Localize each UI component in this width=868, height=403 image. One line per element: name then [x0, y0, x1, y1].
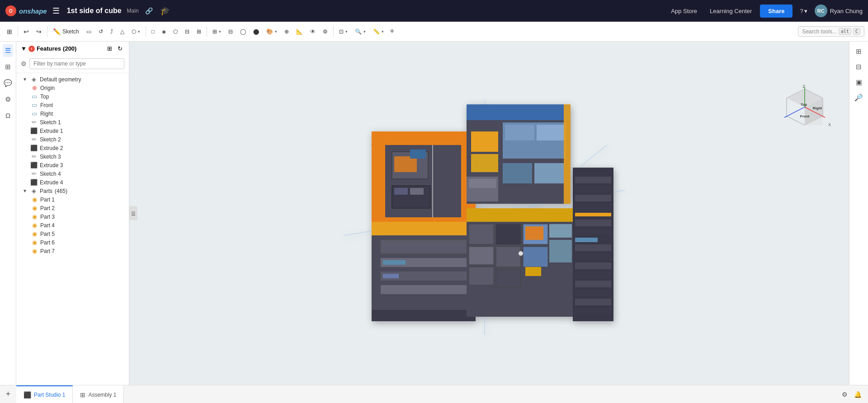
add-icon: +	[390, 27, 395, 36]
extrude3-label: Extrude 3	[40, 162, 63, 169]
parts-header-item[interactable]: ▼ ◈ Parts (465)	[16, 187, 129, 195]
svg-rect-49	[549, 224, 572, 238]
separator3	[146, 26, 146, 37]
search-tools[interactable]: Search tools... alt C	[798, 26, 864, 37]
filter-icon[interactable]: ⚙	[21, 60, 27, 67]
part3-item[interactable]: ◉ Part 3	[16, 212, 129, 221]
extrude4-item[interactable]: ⬛ Extrude 4	[16, 178, 129, 187]
sketch2-item[interactable]: ✏ Sketch 2	[16, 135, 129, 144]
branch-label[interactable]: Main	[127, 8, 139, 14]
parts-label: Parts	[40, 188, 52, 194]
sketch1-item[interactable]: ✏ Sketch 1	[16, 118, 129, 127]
undo-icon: ↩	[24, 28, 29, 35]
bottom-settings-button[interactable]: ⚙	[840, 389, 849, 400]
learning-center-button[interactable]: Learning Center	[705, 5, 756, 17]
tool2-button[interactable]: ↺	[95, 26, 106, 37]
comment-button[interactable]: 💬	[1, 77, 14, 89]
appear-button[interactable]: 👁	[307, 26, 319, 37]
measure2-button[interactable]: 📏 ▾	[370, 26, 387, 37]
filter-input[interactable]	[29, 58, 124, 69]
user-area[interactable]: RC Ryan Chung	[815, 5, 863, 17]
section-button[interactable]: ⊕	[281, 26, 292, 37]
origin-item[interactable]: ⊕ Origin	[16, 84, 129, 92]
panel-action2[interactable]: ↻	[116, 44, 124, 53]
view3-button[interactable]: ◯	[237, 26, 249, 37]
view-button[interactable]: ⊞ ▾	[209, 26, 224, 37]
render-button[interactable]: 🎨 ▾	[263, 26, 280, 37]
right-item[interactable]: ▭ Right	[16, 109, 129, 118]
canvas-area[interactable]: Z Top Front Right X ⊞ ⊟ ▣ 🔎 ☰	[129, 42, 868, 385]
part7-item[interactable]: ◉ Part 7	[16, 247, 129, 255]
tool3-button[interactable]: ⤴	[107, 26, 116, 37]
view4-button[interactable]: ⬤	[250, 26, 262, 37]
section-view-button[interactable]: ⊟	[854, 61, 864, 73]
undo-button[interactable]: ↩	[20, 26, 32, 37]
extrude3-item[interactable]: ⬛ Extrude 3	[16, 161, 129, 169]
menu-button[interactable]: ⊞	[4, 26, 15, 37]
tool4-button[interactable]: △	[117, 26, 127, 37]
snap-caret: ▾	[363, 29, 366, 34]
view-cube[interactable]: Z Top Front Right X	[778, 82, 832, 136]
section-icon: ⊕	[284, 28, 289, 35]
display-button[interactable]: ⊡ ▾	[336, 26, 351, 37]
doc-title[interactable]: 1st side of cube	[67, 7, 122, 15]
part-studio-tab[interactable]: ⬛ Part Studio 1	[16, 385, 73, 403]
extrude2-item[interactable]: ⬛ Extrude 2	[16, 144, 129, 152]
svg-rect-18	[471, 131, 498, 152]
link-icon[interactable]: 🔗	[145, 7, 153, 14]
help-icon: ?	[800, 8, 803, 14]
hamburger-icon[interactable]: ☰	[51, 4, 61, 18]
tool7-button[interactable]: ◈	[159, 26, 169, 37]
tool10-button[interactable]: ⊞	[193, 26, 204, 37]
default-geometry-item[interactable]: ▼ ◈ Default geometry	[16, 75, 129, 84]
features-panel-button[interactable]: ☰	[3, 44, 13, 57]
bottom-notifications-button[interactable]: 🔔	[852, 389, 863, 400]
sketch4-item[interactable]: ✏ Sketch 4	[16, 169, 129, 178]
tool6-button[interactable]: □	[148, 26, 158, 37]
part6-item[interactable]: ◉ Part 6	[16, 238, 129, 247]
sketch3-item[interactable]: ✏ Sketch 3	[16, 152, 129, 161]
bottom-actions: ⚙ 🔔	[835, 385, 868, 403]
app-store-button[interactable]: App Store	[666, 5, 702, 17]
tool8-button[interactable]: ⬠	[170, 26, 181, 37]
part2-item[interactable]: ◉ Part 2	[16, 204, 129, 212]
part4-item[interactable]: ◉ Part 4	[16, 221, 129, 230]
tool1-button[interactable]: ▭	[83, 26, 94, 37]
sketch3-icon: ✏	[30, 153, 38, 160]
expand-icon[interactable]: ▼	[21, 45, 27, 52]
top-item[interactable]: ▭ Top	[16, 92, 129, 101]
measure-button[interactable]: 📐	[293, 26, 306, 37]
inspect-button[interactable]: 🔎	[852, 91, 865, 104]
bottom-settings-icon: ⚙	[842, 391, 848, 398]
snap-button[interactable]: 🔍 ▾	[352, 26, 369, 37]
list-icon: ☰	[5, 47, 11, 54]
part5-item[interactable]: ◉ Part 5	[16, 230, 129, 238]
cube-view-button[interactable]: ⊞	[3, 61, 13, 73]
assembly-tab[interactable]: ⊞ Assembly 1	[73, 385, 124, 403]
svg-rect-10	[410, 150, 426, 159]
share-button[interactable]: Share	[760, 5, 793, 18]
tool5-button[interactable]: ⬡ ▾	[128, 26, 143, 37]
sketch-label: Sketch	[62, 28, 79, 35]
extrude1-item[interactable]: ⬛ Extrude 1	[16, 127, 129, 135]
redo-button[interactable]: ↪	[33, 26, 45, 37]
config-button[interactable]: ⚙	[3, 93, 13, 106]
help-button[interactable]: ? ▾	[796, 5, 811, 17]
panel-collapse-handle[interactable]: ☰	[129, 206, 137, 220]
tool9-button[interactable]: ⊟	[182, 26, 193, 37]
front-item[interactable]: ▭ Front	[16, 101, 129, 109]
view2-button[interactable]: ⊟	[225, 26, 236, 37]
display-mode-button[interactable]: ▣	[854, 76, 864, 89]
view-options-button[interactable]: ⊞	[854, 45, 864, 58]
add-tab-button[interactable]: +	[0, 385, 16, 403]
logo-icon: O	[5, 5, 16, 16]
search-shortcut: alt	[839, 28, 851, 35]
sketch-button[interactable]: ✏️ Sketch	[50, 26, 82, 37]
add-button[interactable]: +	[388, 25, 396, 38]
part1-item[interactable]: ◉ Part 1	[16, 195, 129, 204]
variable-button[interactable]: Ω	[3, 109, 13, 122]
svg-rect-9	[394, 156, 417, 172]
assembly-label: Assembly 1	[88, 392, 116, 398]
panel-action1[interactable]: ⊞	[105, 44, 114, 53]
settings-button[interactable]: ⚙	[320, 26, 331, 37]
